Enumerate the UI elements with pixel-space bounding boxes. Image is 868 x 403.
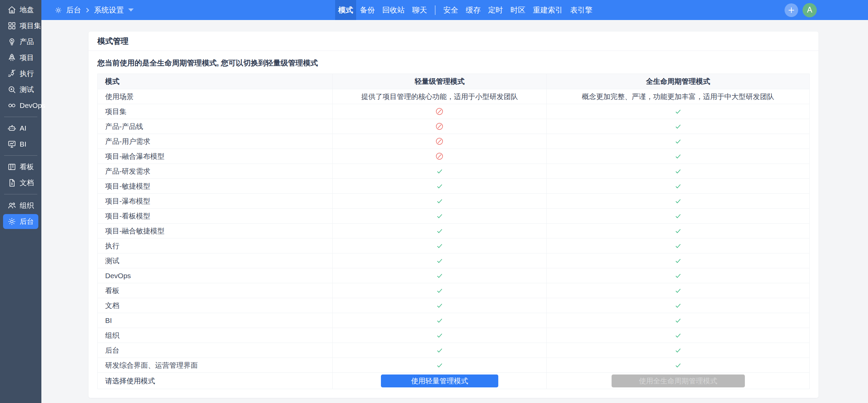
not-supported-cell (332, 119, 547, 134)
supported-cell (547, 298, 810, 313)
breadcrumb-root[interactable]: 后台 (66, 5, 81, 15)
sidebar-item-rocket[interactable]: 项目 (3, 50, 38, 65)
feature-name-cell: 研发综合界面、运营管理界面 (98, 358, 333, 373)
table-row: 研发综合界面、运营管理界面 (98, 358, 810, 373)
sidebar: 地盘项目集产品项目执行测试DevOpsAIBI看板文档组织后台 (0, 0, 41, 403)
feature-name-cell: 产品-产品线 (98, 119, 333, 134)
check-icon (674, 272, 682, 280)
mode-comparison-table: 模式 轻量级管理模式 全生命周期管理模式 使用场景提供了项目管理的核心功能，适用… (97, 74, 810, 389)
feature-name-cell: 后台 (98, 343, 333, 358)
current-mode-message: 您当前使用的是全生命周期管理模式, 您可以切换到轻量级管理模式 (97, 51, 810, 74)
supported-cell (332, 164, 547, 179)
breadcrumb: 后台 系统设置 (54, 5, 134, 15)
sidebar-item-home[interactable]: 地盘 (3, 2, 38, 17)
check-icon (436, 302, 444, 310)
feature-name-cell: 产品-研发需求 (98, 164, 333, 179)
top-menu-item[interactable]: 备份 (356, 0, 379, 20)
check-icon (674, 122, 682, 131)
sidebar-item-run[interactable]: 执行 (3, 66, 38, 81)
sidebar-item-label: 项目 (20, 53, 34, 62)
feature-name-cell: 组织 (98, 328, 333, 343)
check-icon (436, 167, 444, 175)
check-icon (436, 182, 444, 190)
top-menu-item[interactable]: 定时 (484, 0, 507, 20)
use-full-mode-button[interactable]: 使用全生命周期管理模式 (612, 375, 745, 387)
sidebar-item-robot[interactable]: AI (3, 121, 38, 136)
feature-name-cell: 项目-敏捷模型 (98, 179, 333, 194)
check-icon (436, 257, 444, 265)
search-icon (7, 85, 17, 94)
supported-cell (332, 313, 547, 328)
sidebar-item-users[interactable]: 组织 (3, 198, 38, 213)
sidebar-item-doc[interactable]: 文档 (3, 175, 38, 190)
menu-divider (435, 5, 436, 15)
top-menu-item[interactable]: 模式 (335, 0, 356, 20)
check-icon (674, 331, 682, 340)
supported-cell (332, 343, 547, 358)
check-icon (436, 197, 444, 205)
table-row: 项目-敏捷模型 (98, 179, 810, 194)
table-row: 执行 (98, 238, 810, 253)
sidebar-nav: 地盘项目集产品项目执行测试DevOpsAIBI看板文档组织后台 (0, 2, 41, 229)
sidebar-item-label: AI (20, 124, 26, 132)
check-icon (674, 227, 682, 235)
run-icon (7, 69, 17, 78)
check-icon (436, 331, 444, 340)
check-icon (674, 152, 682, 160)
supported-cell (547, 194, 810, 209)
caret-down-icon[interactable] (128, 8, 134, 12)
check-icon (674, 137, 682, 146)
use-light-mode-button[interactable]: 使用轻量管理模式 (381, 375, 498, 387)
supported-cell (547, 164, 810, 179)
sidebar-item-infinity[interactable]: DevOps (3, 98, 38, 113)
description-cell: 提供了项目管理的核心功能，适用于小型研发团队 (332, 89, 547, 104)
table-row: 项目-看板模型 (98, 209, 810, 224)
users-icon (7, 201, 17, 210)
supported-cell (332, 253, 547, 268)
table-row: 看板 (98, 283, 810, 298)
sidebar-item-label: 后台 (20, 217, 34, 226)
breadcrumb-current[interactable]: 系统设置 (94, 5, 124, 15)
table-row: 文档 (98, 298, 810, 313)
sidebar-item-grid[interactable]: 项目集 (3, 18, 38, 33)
table-row: 项目集 (98, 104, 810, 119)
feature-name-cell: 使用场景 (98, 89, 333, 104)
sidebar-divider (4, 194, 37, 194)
add-button[interactable] (785, 3, 798, 17)
top-menu-item[interactable]: 表引擎 (566, 0, 596, 20)
sidebar-item-label: 项目集 (20, 21, 41, 31)
sidebar-item-label: 测试 (20, 85, 34, 94)
feature-name-cell: 文档 (98, 298, 333, 313)
table-row: BI (98, 313, 810, 328)
sidebar-item-chart[interactable]: BI (3, 137, 38, 152)
sidebar-item-search[interactable]: 测试 (3, 82, 38, 97)
supported-cell (547, 149, 810, 164)
doc-icon (7, 178, 17, 188)
not-supported-cell (332, 104, 547, 119)
feature-name-cell: 看板 (98, 283, 333, 298)
top-menu-item[interactable]: 缓存 (462, 0, 484, 20)
check-icon (674, 167, 682, 175)
sidebar-item-kanban[interactable]: 看板 (3, 159, 38, 174)
feature-name-cell: DevOps (98, 268, 333, 283)
top-menu-item[interactable]: 回收站 (379, 0, 408, 20)
sidebar-item-label: 文档 (20, 178, 34, 188)
sidebar-item-bulb[interactable]: 产品 (3, 34, 38, 49)
top-menu-item[interactable]: 安全 (440, 0, 462, 20)
sidebar-item-label: 组织 (20, 201, 34, 210)
supported-cell (332, 358, 547, 373)
sidebar-item-label: DevOps (20, 101, 45, 110)
supported-cell (547, 283, 810, 298)
top-menu-item[interactable]: 重建索引 (529, 0, 566, 20)
table-row: 后台 (98, 343, 810, 358)
check-icon (436, 361, 444, 369)
top-menu-item[interactable]: 聊天 (408, 0, 431, 20)
top-menu-item[interactable]: 时区 (507, 0, 529, 20)
sidebar-item-gear[interactable]: 后台 (3, 214, 38, 229)
table-row: 产品-产品线 (98, 119, 810, 134)
supported-cell (547, 253, 810, 268)
supported-cell (547, 328, 810, 343)
avatar[interactable]: A (803, 3, 817, 17)
not-supported-cell (332, 149, 547, 164)
supported-cell (332, 268, 547, 283)
